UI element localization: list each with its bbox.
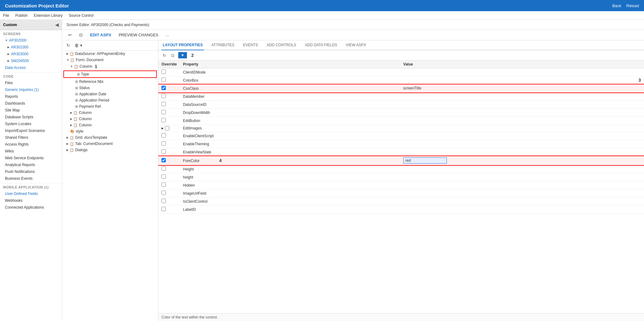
sidebar-item-user-defined[interactable]: User-Defined Fields <box>0 190 62 197</box>
sidebar-item-business-events[interactable]: Business Events <box>0 175 62 182</box>
override-datamember[interactable] <box>161 94 166 98</box>
props-save-btn[interactable]: ⊡ <box>170 52 176 58</box>
menu-source-control[interactable]: Source Control <box>69 13 93 18</box>
prop-row-height: Height <box>158 165 644 173</box>
tree-node-app-period[interactable]: ⊞ Application Period <box>62 97 158 103</box>
tab-icon: 📋 <box>70 142 74 146</box>
tab-attributes[interactable]: ATTRIBUTES <box>210 40 236 50</box>
sidebar-item-ar303000[interactable]: ▶ AR303000 <box>0 51 62 57</box>
prop-row-editimages: ▶ EditImages <box>158 125 644 132</box>
tree-node-column-1[interactable]: ▼ 📋 Column 1 <box>62 63 158 70</box>
menu-file[interactable]: File <box>3 13 9 18</box>
sidebar-collapse-btn[interactable]: ◀ <box>55 22 59 27</box>
appperiod-label: Application Period <box>79 98 109 102</box>
tree-node-column-2[interactable]: ▶ 📋 Column <box>62 110 158 116</box>
tree-node-tab[interactable]: ▶ 📋 Tab: CurrentDocument <box>62 141 158 147</box>
prop-row-forecolor: ForeColor 4 <box>158 156 644 165</box>
tree-node-style[interactable]: 🎨 style <box>62 128 158 134</box>
override-editimages[interactable] <box>165 126 169 130</box>
back-button[interactable]: Back <box>612 3 621 8</box>
edit-aspx-button[interactable]: EDIT ASPX <box>88 32 113 38</box>
override-imageurlfield[interactable] <box>161 191 166 195</box>
forecolor-input[interactable] <box>403 157 447 164</box>
prop-imageurlfield: ImageUrlField <box>180 189 400 197</box>
more-button[interactable]: ... <box>164 32 171 38</box>
tab-layout-properties[interactable]: LAYOUT PROPERTIES <box>161 40 204 50</box>
sidebar-item-reports[interactable]: Reports <box>0 93 62 100</box>
col-property: Property <box>180 61 400 68</box>
props-panel: LAYOUT PROPERTIES ATTRIBUTES EVENTS ADD … <box>158 40 644 321</box>
prop-hidden: Hidden <box>180 181 400 189</box>
sidebar-item-ar301000[interactable]: ▶ AR301000 <box>0 44 62 51</box>
sidebar-item-generic-inquiries[interactable]: Generic Inquiries (1) <box>0 86 62 93</box>
step-3-badge: 3 <box>638 78 641 83</box>
override-dropdownwidth[interactable] <box>161 110 166 114</box>
override-forecolor[interactable] <box>161 158 166 162</box>
sidebar-section-mobile: MOBILE APPLICATION (1) <box>0 183 62 190</box>
expand-tab: ▶ <box>66 142 69 145</box>
override-height[interactable] <box>161 166 166 171</box>
tab-add-controls[interactable]: ADD CONTROLS <box>265 40 297 50</box>
sidebar-item-database-scripts[interactable]: Database Scripts <box>0 114 62 120</box>
sidebar-item-push-notifications[interactable]: Push Notifications <box>0 168 62 175</box>
tree-node-reference-nbr[interactable]: ⊞ Reference Nbr. <box>62 79 158 85</box>
reload-button[interactable]: Reload <box>626 3 639 8</box>
override-colorbox[interactable] <box>161 78 166 82</box>
override-hidden[interactable] <box>161 183 166 187</box>
override-cssclass[interactable] <box>161 86 166 90</box>
sidebar-item-connected-apps[interactable]: Connected Applications <box>0 204 62 211</box>
prop-labelid: LabelID <box>180 206 400 214</box>
top-bar: Customization Project Editor Back Reload <box>0 0 644 11</box>
expand-arrow-ap302000: ▼ <box>5 39 8 42</box>
tree-refresh-btn[interactable]: ↻ <box>65 42 71 48</box>
tree-node-datasource[interactable]: ▶ 📋 DataSource: APPaymentEntry <box>62 51 158 57</box>
tree-node-app-date[interactable]: ⊞ Application Date <box>62 91 158 97</box>
sidebar-item-system-locales[interactable]: System Locales <box>0 120 62 127</box>
override-labelid[interactable] <box>161 207 166 211</box>
preview-changes-button[interactable]: PREVIEW CHANGES <box>117 32 160 38</box>
sidebar-item-wikis[interactable]: Wikis <box>0 148 62 155</box>
prop-row-isclientcontrol: IsClientControl <box>158 197 644 206</box>
tab-events[interactable]: EVENTS <box>242 40 259 50</box>
props-refresh-btn[interactable]: ↻ <box>161 52 167 58</box>
sidebar-item-sm204505[interactable]: ▶ SM204505 <box>0 57 62 64</box>
override-enabletheming[interactable] <box>161 141 166 146</box>
sidebar-item-files[interactable]: Files <box>0 79 62 86</box>
undo-button[interactable]: ↩ <box>66 32 74 38</box>
menu-extension-library[interactable]: Extension Library <box>34 13 63 18</box>
tree-node-status[interactable]: ⊞ Status <box>62 85 158 91</box>
value-height-lower <box>400 173 644 181</box>
tree-node-dialogs[interactable]: ▶ 📋 Dialogs <box>62 147 158 153</box>
tree-node-column-4[interactable]: ▶ 📋 Column <box>62 122 158 128</box>
sidebar-item-shared-filters[interactable]: Shared Filters <box>0 134 62 141</box>
tree-node-grid[interactable]: ▶ 📋 Grid: docsTemplate <box>62 134 158 141</box>
tree-delete-btn[interactable]: 🗑 ▾ <box>73 42 84 48</box>
override-enableclientscript[interactable] <box>161 133 166 138</box>
sidebar-item-access-rights[interactable]: Access Rights <box>0 141 62 148</box>
filter-box[interactable]: ▼ <box>178 52 187 58</box>
tree-node-type[interactable]: ⊞ Type <box>63 70 157 78</box>
copy-button[interactable]: ⊡ <box>77 32 84 38</box>
tree-node-column-3[interactable]: ▶ 📋 Column <box>62 116 158 122</box>
step-4-badge: 4 <box>219 158 222 163</box>
override-datasourceid[interactable] <box>161 102 166 106</box>
value-imageurlfield <box>400 189 644 197</box>
sidebar-item-analytical-reports[interactable]: Analytical Reports <box>0 161 62 168</box>
override-height-lower[interactable] <box>161 174 166 179</box>
override-editbutton[interactable] <box>161 118 166 122</box>
sidebar-item-import-export[interactable]: Import/Export Scenarios <box>0 127 62 134</box>
override-clientidmode[interactable] <box>161 70 166 74</box>
sidebar-item-ap302000[interactable]: ▼ AP302000 <box>0 37 62 44</box>
tree-node-payment-ref[interactable]: ⊞ Payment Ref. <box>62 103 158 110</box>
tab-view-aspx[interactable]: VIEW ASPX <box>345 40 367 50</box>
sidebar-item-site-map[interactable]: Site Map <box>0 107 62 114</box>
sidebar-item-data-access[interactable]: Data Access <box>0 64 62 71</box>
tab-add-data-fields[interactable]: ADD DATA FIELDS <box>304 40 338 50</box>
override-enableviewstate[interactable] <box>161 149 166 154</box>
tree-node-form[interactable]: ▼ 📋 Form: Document <box>62 57 158 63</box>
override-isclientcontrol[interactable] <box>161 199 166 203</box>
sidebar-item-dashboards[interactable]: Dashboards <box>0 100 62 107</box>
menu-publish[interactable]: Publish <box>15 13 27 18</box>
sidebar-item-web-service[interactable]: Web Service Endpoints <box>0 155 62 161</box>
sidebar-item-webhooks[interactable]: Webhooks <box>0 197 62 204</box>
